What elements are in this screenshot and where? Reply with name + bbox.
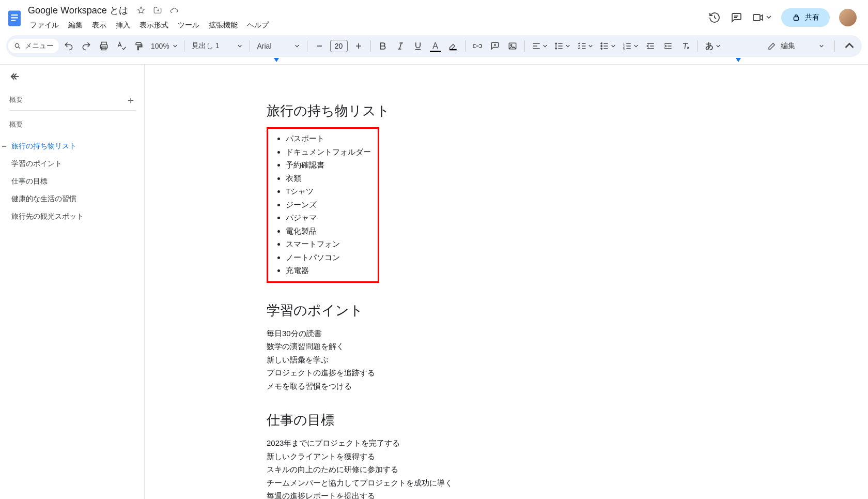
- bulleted-list-button[interactable]: [597, 38, 618, 54]
- outline-summary-label: 概要: [9, 95, 23, 104]
- svg-point-13: [601, 46, 602, 47]
- add-comment-button[interactable]: [487, 38, 503, 54]
- font-size-value: 20: [335, 42, 343, 50]
- outline-item[interactable]: 学習のポイント: [9, 155, 136, 173]
- insert-link-button[interactable]: [470, 38, 485, 54]
- font-family-value: Arial: [257, 42, 272, 50]
- list-item[interactable]: 電化製品: [286, 224, 374, 238]
- add-summary-button[interactable]: ＋: [126, 95, 136, 105]
- text-line[interactable]: 新しいクライアントを獲得する: [267, 450, 752, 463]
- list-item[interactable]: Tシャツ: [286, 185, 374, 198]
- menu-extensions[interactable]: 拡張機能: [205, 19, 242, 32]
- heading-1[interactable]: 学習のポイント: [267, 301, 752, 320]
- list-item[interactable]: ドキュメントフォルダー: [286, 145, 374, 159]
- search-menus-label: メニュー: [25, 41, 54, 51]
- text-color-button[interactable]: A: [428, 38, 443, 54]
- text-line[interactable]: 毎日30分の読書: [267, 327, 752, 340]
- align-button[interactable]: [529, 38, 550, 54]
- undo-button[interactable]: [61, 38, 76, 54]
- star-icon[interactable]: [135, 5, 147, 16]
- decrease-font-size-button[interactable]: [312, 38, 327, 54]
- text-line[interactable]: 2023年までにプロジェクトを完了する: [267, 436, 752, 450]
- docs-logo-icon[interactable]: [4, 7, 25, 28]
- menu-format[interactable]: 表示形式: [135, 19, 173, 32]
- menu-insert[interactable]: 挿入: [112, 19, 134, 32]
- list-item[interactable]: ノートパソコン: [286, 251, 374, 264]
- outline-item[interactable]: 旅行先の観光スポット: [9, 208, 136, 225]
- menu-edit[interactable]: 編集: [64, 19, 87, 32]
- svg-rect-2: [11, 17, 18, 18]
- zoom-select[interactable]: 100%: [149, 42, 180, 50]
- highlight-color-button[interactable]: [445, 38, 461, 54]
- zoom-value: 100%: [151, 42, 169, 50]
- ruler[interactable]: [6, 58, 862, 63]
- svg-point-6: [15, 43, 19, 47]
- print-button[interactable]: [96, 38, 112, 54]
- bold-button[interactable]: [375, 38, 391, 54]
- outline-item[interactable]: 仕事の目標: [9, 173, 136, 190]
- cloud-status-icon[interactable]: [168, 5, 180, 16]
- text-line[interactable]: 新しい語彙を学ぶ: [267, 353, 752, 367]
- insert-image-button[interactable]: [505, 38, 520, 54]
- paragraph-style-value: 見出し 1: [192, 41, 220, 51]
- outline-item[interactable]: 旅行の持ち物リスト: [9, 138, 136, 155]
- avatar[interactable]: [839, 9, 857, 26]
- spellcheck-button[interactable]: [114, 38, 129, 54]
- list-item[interactable]: パジャマ: [286, 211, 374, 224]
- menu-file[interactable]: ファイル: [26, 19, 63, 32]
- comments-icon[interactable]: [730, 11, 742, 24]
- menu-help[interactable]: ヘルプ: [243, 19, 273, 32]
- text-line[interactable]: チームメンバーと協力してプロジェクトを成功に導く: [267, 476, 752, 490]
- list-item[interactable]: ジーンズ: [286, 198, 374, 211]
- document-canvas[interactable]: 旅行の持ち物リスト パスポートドキュメントフォルダー予約確認書衣類Tシャツジーン…: [145, 65, 868, 499]
- input-tools-button[interactable]: あ: [702, 38, 723, 54]
- text-block[interactable]: 2023年までにプロジェクトを完了する新しいクライアントを獲得するスキルの向上の…: [267, 436, 752, 499]
- text-line[interactable]: メモを取る習慣をつける: [267, 380, 752, 393]
- underline-button[interactable]: [410, 38, 426, 54]
- svg-rect-4: [753, 14, 760, 21]
- paint-format-button[interactable]: [131, 38, 147, 54]
- list-item[interactable]: 予約確認書: [286, 158, 374, 172]
- font-size-input[interactable]: 20: [330, 40, 348, 52]
- text-block[interactable]: 毎日30分の読書数学の演習問題を解く新しい語彙を学ぶプロジェクトの進捗を追跡する…: [267, 327, 752, 393]
- collapse-toolbar-button[interactable]: [840, 37, 859, 55]
- indent-marker-left[interactable]: [274, 58, 279, 62]
- font-family-select[interactable]: Arial: [254, 42, 303, 50]
- redo-button[interactable]: [79, 38, 94, 54]
- paragraph-style-select[interactable]: 見出し 1: [189, 41, 245, 51]
- text-line[interactable]: 数学の演習問題を解く: [267, 340, 752, 353]
- italic-button[interactable]: [393, 38, 408, 54]
- menu-tools[interactable]: ツール: [174, 19, 204, 32]
- share-button[interactable]: 共有: [781, 8, 830, 27]
- increase-indent-button[interactable]: [660, 38, 676, 54]
- decrease-indent-button[interactable]: [643, 38, 658, 54]
- list-item[interactable]: パスポート: [286, 132, 374, 145]
- list-item[interactable]: 充電器: [286, 264, 374, 277]
- bulleted-list[interactable]: パスポートドキュメントフォルダー予約確認書衣類Tシャツジーンズパジャマ電化製品ス…: [272, 132, 374, 277]
- clear-formatting-button[interactable]: [678, 38, 693, 54]
- indent-marker-right[interactable]: [736, 58, 741, 62]
- outline-back-button[interactable]: [9, 71, 136, 82]
- line-spacing-button[interactable]: [552, 38, 572, 54]
- text-line[interactable]: プロジェクトの進捗を追跡する: [267, 366, 752, 380]
- numbered-list-button[interactable]: 123: [620, 38, 641, 54]
- search-menus-button[interactable]: メニュー: [8, 39, 59, 53]
- text-line[interactable]: 毎週の進捗レポートを提出する: [267, 489, 752, 499]
- document-title[interactable]: Google Workspace とは: [26, 3, 130, 18]
- list-item[interactable]: スマートフォン: [286, 237, 374, 251]
- increase-font-size-button[interactable]: [351, 38, 366, 54]
- list-item[interactable]: 衣類: [286, 172, 374, 185]
- move-to-folder-icon[interactable]: [152, 5, 163, 16]
- editing-mode-button[interactable]: 編集: [762, 39, 829, 53]
- svg-text:3: 3: [623, 48, 624, 51]
- outline-item[interactable]: 健康的な生活の習慣: [9, 190, 136, 208]
- editing-mode-label: 編集: [781, 41, 795, 51]
- heading-1[interactable]: 旅行の持ち物リスト: [267, 102, 752, 120]
- history-icon[interactable]: [708, 11, 721, 24]
- svg-rect-5: [794, 17, 799, 21]
- text-line[interactable]: スキルの向上のために研修に参加する: [267, 463, 752, 476]
- heading-1[interactable]: 仕事の目標: [267, 411, 752, 429]
- menu-view[interactable]: 表示: [88, 19, 111, 32]
- meet-icon[interactable]: [752, 11, 772, 24]
- checklist-button[interactable]: [575, 38, 595, 54]
